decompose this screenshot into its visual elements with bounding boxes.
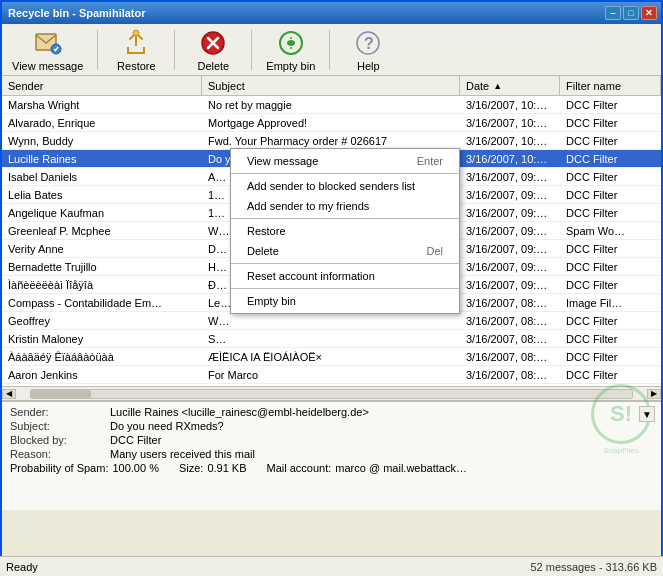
context-menu-item[interactable]: DeleteDel — [231, 241, 459, 261]
detail-reason-row: Reason: Many users received this mail — [10, 448, 653, 460]
email-subject-cell: I do mimicking — [202, 386, 460, 387]
email-filter-cell: Spam Wo… — [560, 224, 661, 238]
email-row[interactable]: Marsha WrightNo ret by maggie3/16/2007, … — [2, 96, 661, 114]
detail-sender-row: Sender: Lucille Raines <lucille_rainesc@… — [10, 406, 653, 418]
context-menu-item[interactable]: Empty bin — [231, 291, 459, 311]
maximize-button[interactable]: □ — [623, 6, 639, 20]
delete-icon — [197, 27, 229, 59]
email-sender-cell: Compass - Contabilidade Em… — [2, 296, 202, 310]
hscroll-thumb[interactable] — [31, 390, 91, 398]
email-filter-cell: DCC Filter — [560, 368, 661, 382]
email-row[interactable]: Àáàâäéÿ ÊïàáâàòüààÆÌËICA IA ËIOÁIÀOË×3/1… — [2, 348, 661, 366]
email-sender-cell: Ìàñèëèëèàì Ïîåÿîà — [2, 278, 202, 292]
mail-value: marco @ mail.webattack… — [335, 462, 467, 474]
email-sender-cell: Angelique Kaufman — [2, 206, 202, 220]
context-menu-item[interactable]: Reset account information — [231, 266, 459, 286]
view-message-button[interactable]: View message — [6, 24, 89, 75]
toolbar-separator-2 — [174, 30, 175, 70]
email-filter-cell: DCC Filter — [560, 134, 661, 148]
email-date-cell: 3/16/2007, 09:… — [460, 278, 560, 292]
email-sender-cell: Marsha Wright — [2, 98, 202, 112]
col-header-filter[interactable]: Filter name — [560, 76, 661, 95]
delete-button[interactable]: Delete — [183, 24, 243, 75]
email-sender-cell: Aaron Jenkins — [2, 368, 202, 382]
subject-label: Subject: — [10, 420, 110, 432]
size-value: 0.91 KB — [207, 462, 246, 474]
col-header-date[interactable]: Date ▲ — [460, 76, 560, 95]
sort-arrow-icon: ▲ — [493, 81, 502, 91]
email-date-cell: 3/16/2007, 10:… — [460, 152, 560, 166]
title-bar-buttons: – □ ✕ — [605, 6, 657, 20]
spam-probability-item: Probability of Spam: 100.00 % — [10, 462, 159, 474]
email-row[interactable]: Alvarado, EnriqueMortgage Approved!3/16/… — [2, 114, 661, 132]
context-menu-item[interactable]: Add sender to blocked senders list — [231, 176, 459, 196]
reason-label: Reason: — [10, 448, 110, 460]
email-row[interactable]: Kristin MaloneyS…3/16/2007, 08:…DCC Filt… — [2, 330, 661, 348]
context-menu-item-label: Empty bin — [247, 295, 296, 307]
email-date-cell: 3/16/2007, 09:… — [460, 170, 560, 184]
spam-label: Probability of Spam: — [10, 462, 108, 474]
email-filter-cell: DCC Filter — [560, 260, 661, 274]
help-icon: ? — [352, 27, 384, 59]
detail-panel: Sender: Lucille Raines <lucille_rainesc@… — [2, 400, 661, 510]
hscroll-left-button[interactable]: ◀ — [2, 389, 16, 399]
mail-account-item: Mail account: marco @ mail.webattack… — [267, 462, 467, 474]
horizontal-scrollbar[interactable]: ◀ ▶ — [2, 386, 661, 400]
blocked-value: DCC Filter — [110, 434, 653, 446]
subject-value: Do you need RXmeds? — [110, 420, 653, 432]
toolbar: View message Restore Delete — [2, 24, 661, 76]
col-header-sender[interactable]: Sender — [2, 76, 202, 95]
hscroll-track[interactable] — [30, 389, 633, 399]
hscroll-right-button[interactable]: ▶ — [647, 389, 661, 399]
email-row[interactable]: Aaron JenkinsFor Marco3/16/2007, 08:…DCC… — [2, 366, 661, 384]
email-filter-cell: DCC Filter — [560, 350, 661, 364]
context-menu-item[interactable]: View messageEnter — [231, 151, 459, 171]
context-menu-item-label: Add sender to my friends — [247, 200, 369, 212]
email-subject-cell: No ret by maggie — [202, 98, 460, 112]
restore-label: Restore — [117, 60, 156, 72]
toolbar-separator-4 — [329, 30, 330, 70]
email-date-cell: 3/16/2007, 09:… — [460, 260, 560, 274]
email-filter-cell: DCC Filter — [560, 116, 661, 130]
size-item: Size: 0.91 KB — [179, 462, 247, 474]
col-header-subject[interactable]: Subject — [202, 76, 460, 95]
help-button[interactable]: ? Help — [338, 24, 398, 75]
context-menu-item[interactable]: Restore — [231, 221, 459, 241]
email-date-cell: 3/16/2007, 08:… — [460, 332, 560, 346]
close-button[interactable]: ✕ — [641, 6, 657, 20]
email-sender-cell: Bernadette Trujillo — [2, 260, 202, 274]
status-ready: Ready — [6, 561, 530, 573]
email-filter-cell: Image Fil… — [560, 296, 661, 310]
context-menu-item[interactable]: Add sender to my friends — [231, 196, 459, 216]
empty-bin-button[interactable]: Empty bin — [260, 24, 321, 75]
svg-text:?: ? — [364, 35, 374, 52]
blocked-label: Blocked by: — [10, 434, 110, 446]
email-row[interactable]: GeoffreyW…3/16/2007, 08:…DCC Filter — [2, 312, 661, 330]
view-message-label: View message — [12, 60, 83, 72]
context-menu-item-label: Restore — [247, 225, 286, 237]
minimize-button[interactable]: – — [605, 6, 621, 20]
empty-bin-label: Empty bin — [266, 60, 315, 72]
email-sender-cell: Àáàâäéÿ Êïàáâàòüàà — [2, 350, 202, 364]
email-row[interactable]: Jolene LeonardI do mimicking3/16/2007, 0… — [2, 384, 661, 386]
email-sender-cell: Lelia Bates — [2, 188, 202, 202]
email-date-cell: 3/16/2007, 09:… — [460, 188, 560, 202]
email-date-cell: 3/16/2007, 10:… — [460, 98, 560, 112]
column-headers: Sender Subject Date ▲ Filter name — [2, 76, 661, 96]
delete-label: Delete — [197, 60, 229, 72]
spam-value: 100.00 % — [112, 462, 158, 474]
expand-detail-button[interactable]: ▼ — [639, 406, 655, 422]
restore-button[interactable]: Restore — [106, 24, 166, 75]
context-menu-item-label: Delete — [247, 245, 279, 257]
email-filter-cell: DCC Filter — [560, 332, 661, 346]
email-filter-cell: DCC Filter — [560, 152, 661, 166]
restore-icon — [120, 27, 152, 59]
email-sender-cell: Verity Anne — [2, 242, 202, 256]
email-subject-cell: Mortgage Approved! — [202, 116, 460, 130]
status-bar: Ready 52 messages - 313.66 KB — [0, 556, 663, 576]
email-date-cell: 3/16/2007, 08:… — [460, 296, 560, 310]
context-menu-separator — [231, 173, 459, 174]
email-sender-cell: Lucille Raines — [2, 152, 202, 166]
email-date-cell: 3/16/2007, 08:… — [460, 314, 560, 328]
email-date-cell: 3/16/2007, 10:… — [460, 134, 560, 148]
